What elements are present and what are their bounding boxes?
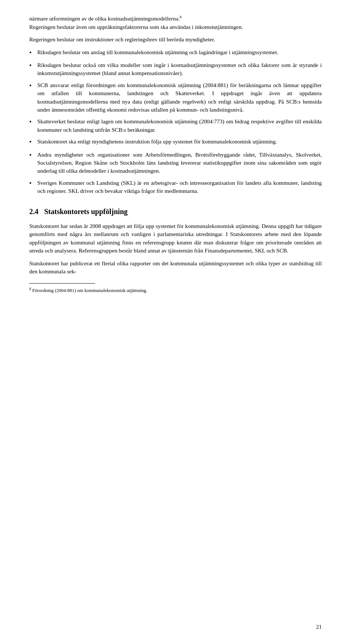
list-item: • Skatteverket beslutar enligt lagen om … — [29, 117, 322, 134]
section-number: 2.4 — [29, 206, 38, 217]
intro-text: närmare utformningen av de olika kostnad… — [29, 15, 180, 22]
footnote-ref-8: 8 — [180, 15, 182, 19]
footnote-superscript: 8 — [29, 287, 31, 291]
section-paragraph-1: Statskontoret har sedan år 2008 uppdrage… — [29, 222, 322, 255]
bullet-text: Statskontoret ska enligt myndighetens in… — [37, 138, 322, 146]
list-item: • Riksdagen beslutar också om vilka mode… — [29, 61, 322, 78]
paragraph-2: Regeringen beslutar om instruktioner och… — [29, 35, 322, 44]
bullet-dot: • — [29, 61, 37, 70]
list-item: • SCB ansvarar enligt förordningen om ko… — [29, 81, 322, 114]
list-item: • Statskontoret ska enligt myndighetens … — [29, 138, 322, 147]
paragraph-1: Regeringen beslutar även om uppräkningsf… — [29, 23, 322, 31]
footnote-divider — [29, 283, 95, 284]
list-item: • Andra myndigheter och organisationer s… — [29, 151, 322, 175]
page-number: 21 — [316, 623, 322, 631]
bullet-dot: • — [29, 179, 37, 188]
bullet-dot: • — [29, 48, 37, 57]
bullet-text: Andra myndigheter och organisationer som… — [37, 151, 322, 175]
bullet-dot: • — [29, 150, 37, 160]
list-item: • Sveriges Kommuner och Landsting (SKL) … — [29, 179, 322, 195]
section-paragraph-2: Statskontoret har publicerat ett flertal… — [29, 259, 322, 276]
bullet-text: Skatteverket beslutar enligt lagen om ko… — [37, 117, 322, 134]
bullet-text: Sveriges Kommuner och Landsting (SKL) är… — [37, 179, 322, 195]
intro-paragraph: närmare utformningen av de olika kostnad… — [29, 15, 322, 23]
footnote-content: Förordning (2004:881) om kommunalekonomi… — [32, 288, 147, 293]
section-heading: 2.4 Statskontorets uppföljning — [29, 206, 322, 217]
page: närmare utformningen av de olika kostnad… — [0, 0, 351, 644]
footnote: 8 Förordning (2004:881) om kommunalekono… — [29, 287, 322, 294]
list-item: • Riksdagen beslutar om anslag till komm… — [29, 48, 322, 57]
bullet-text: Riksdagen beslutar också om vilka modell… — [37, 61, 322, 78]
bullet-text: SCB ansvarar enligt förordningen om komm… — [37, 81, 322, 114]
section-title: Statskontorets uppföljning — [44, 206, 128, 217]
bullet-list: • Riksdagen beslutar om anslag till komm… — [29, 48, 322, 195]
bullet-text: Riksdagen beslutar om anslag till kommun… — [37, 48, 322, 56]
bullet-dot: • — [29, 137, 37, 147]
bullet-dot: • — [29, 81, 37, 90]
bullet-dot: • — [29, 117, 37, 127]
